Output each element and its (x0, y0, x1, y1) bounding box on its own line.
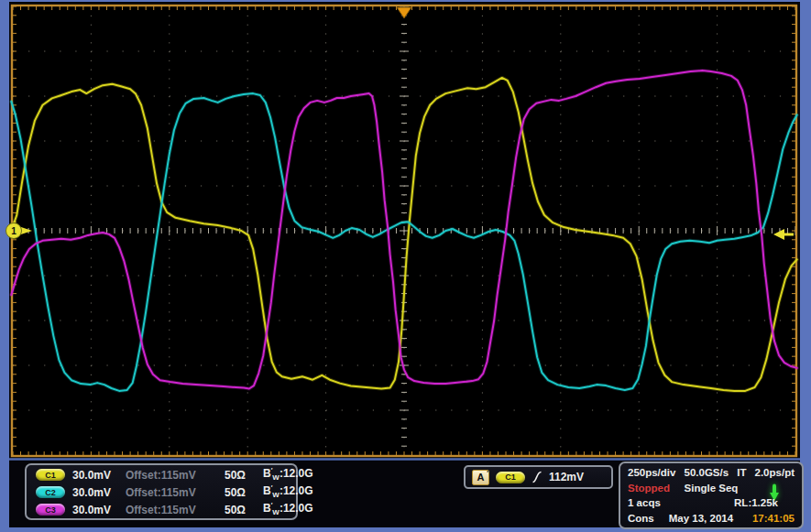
trigger-a-badge[interactable]: A′ (472, 470, 489, 485)
trigger-readout-box[interactable]: A′ C1 112mV (464, 465, 613, 489)
channel-badge-c2[interactable]: C2 (36, 486, 65, 498)
time-label: 17:41:05 (752, 513, 795, 524)
c1-offset: Offset:115mV (126, 469, 225, 482)
channel-badge-c1[interactable]: C1 (36, 469, 65, 481)
datetime-row: Cons May 13, 2014 17:41:05 (620, 511, 802, 526)
acqs-row: 1 acqs RL:1.25k (620, 495, 802, 510)
c1-scale: 30.0mV (72, 469, 126, 482)
channel-row-c2: C2 30.0mV Offset:115mV 50Ω B′W:12.0G (27, 483, 296, 501)
c2-scale: 30.0mV (72, 486, 126, 499)
c3-offset: Offset:115mV (126, 504, 225, 516)
c1-bandwidth: B′W:12.0G (263, 467, 313, 482)
acqs-count: 1 acqs (628, 497, 661, 508)
persona-label: Cons (628, 513, 654, 524)
trigger-level: 112mV (549, 471, 584, 483)
timebase: 250ps/div (628, 467, 675, 478)
c3-scale: 30.0mV (72, 504, 126, 516)
rising-edge-icon (532, 470, 542, 484)
run-state-row: Stopped Single Seq (620, 481, 802, 495)
c1-termination: 50Ω (225, 469, 263, 482)
c2-offset: Offset:115mV (126, 486, 225, 499)
scope-screen-background (9, 2, 800, 527)
c2-termination: 50Ω (225, 486, 263, 499)
timebase-row: 250ps/div 50.0GS/s IT 2.0ps/pt (620, 465, 802, 480)
c3-bandwidth: B′W:12.0G (263, 502, 313, 516)
resolution: 2.0ps/pt (755, 467, 795, 478)
c3-termination: 50Ω (225, 504, 263, 516)
channel-row-c3: C3 30.0mV Offset:115mV 50Ω B′W:12.0G (27, 501, 296, 518)
oscilloscope-window: 1 C1 30.0mV Offset:115mV 50Ω B′W:12.0G C… (0, 0, 811, 532)
record-length: RL:1.25k (734, 497, 778, 508)
interp-mode: IT (737, 467, 746, 478)
c2-bandwidth: B′W:12.0G (263, 484, 313, 499)
channel-readout-box[interactable]: C1 30.0mV Offset:115mV 50Ω B′W:12.0G C2 … (25, 463, 298, 520)
horizontal-acquisition-box[interactable]: 250ps/div 50.0GS/s IT 2.0ps/pt Stopped S… (619, 461, 804, 529)
channel-badge-c3[interactable]: C3 (36, 504, 65, 516)
sample-rate: 50.0GS/s (685, 467, 729, 478)
trigger-source-badge[interactable]: C1 (496, 472, 525, 483)
channel-row-c1: C1 30.0mV Offset:115mV 50Ω B′W:12.0G (27, 466, 296, 483)
date-label: May 13, 2014 (669, 513, 733, 524)
